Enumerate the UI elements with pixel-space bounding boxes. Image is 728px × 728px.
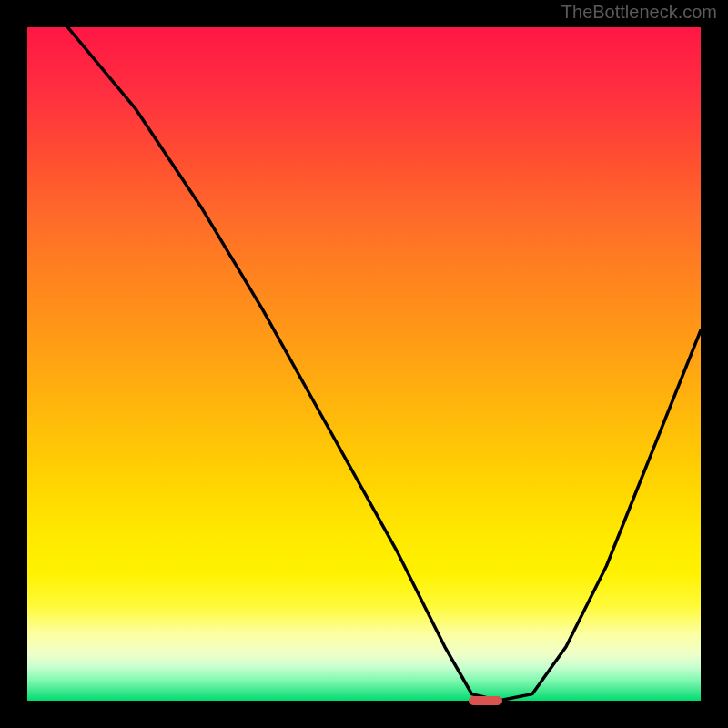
optimum-marker <box>469 696 502 705</box>
watermark-text: TheBottleneck.com <box>561 2 717 23</box>
chart-plot-area <box>27 27 701 701</box>
bottleneck-curve <box>27 27 701 701</box>
